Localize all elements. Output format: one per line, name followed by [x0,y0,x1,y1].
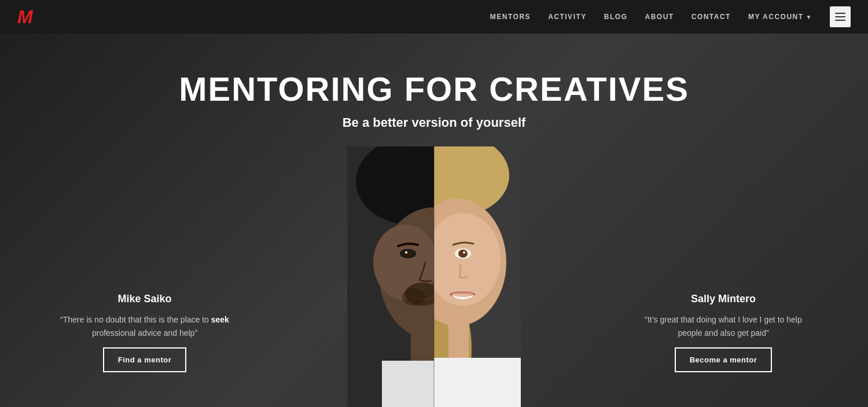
svg-point-21 [463,251,465,254]
hero-title: MENTORING FOR CREATIVES [179,69,689,108]
nav-item-activity[interactable]: ACTIVITY [548,13,587,21]
right-panel: Sally Mintero “It’s great that doing wha… [625,293,822,372]
main-nav: MENTORS ACTIVITY BLOG ABOUT CONTACT MY A… [490,6,851,27]
svg-point-8 [405,251,407,254]
right-panel-quote: “It’s great that doing what I love I get… [637,313,810,339]
hamburger-icon [835,13,845,21]
hero-section: MENTORING FOR CREATIVES Be a better vers… [0,0,868,407]
nav-item-about[interactable]: ABOUT [645,13,674,21]
chevron-down-icon: ▼ [806,14,812,20]
nav-item-my-account[interactable]: MY ACCOUNT ▼ [748,13,812,21]
header: M MENTORS ACTIVITY BLOG ABOUT CONTACT MY… [0,0,868,34]
left-panel: Mike Saiko “There is no doubt that this … [46,293,243,372]
hero-subtitle: Be a better version of yourself [343,115,526,130]
become-mentor-button[interactable]: Become a mentor [675,347,773,372]
content-panels: Mike Saiko “There is no doubt that this … [0,293,868,372]
svg-point-20 [458,250,468,258]
left-panel-name: Mike Saiko [117,293,171,305]
right-panel-name: Sally Mintero [691,293,756,305]
nav-item-mentors[interactable]: MENTORS [490,13,531,21]
left-panel-quote: “There is no doubt that this is the plac… [58,313,231,339]
find-mentor-button[interactable]: Find a mentor [103,347,186,372]
nav-item-blog[interactable]: BLOG [604,13,628,21]
logo[interactable]: M [17,6,32,28]
nav-item-contact[interactable]: CONTACT [692,13,731,21]
hamburger-menu-button[interactable] [830,6,851,27]
svg-point-7 [403,250,413,257]
